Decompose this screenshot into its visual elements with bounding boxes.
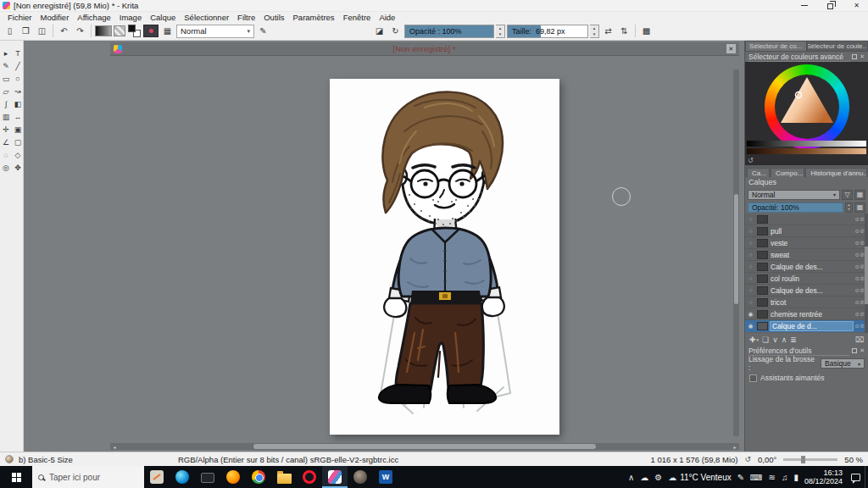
show-desktop-button[interactable] [865, 466, 868, 488]
layer-row[interactable]: ○ col roulin α⊘ [745, 273, 868, 285]
zoom-level[interactable]: 50 % [844, 455, 863, 464]
visibility-eye-icon[interactable]: ○ [747, 228, 754, 234]
opacity-slider[interactable]: Opacité : 100% [404, 25, 494, 38]
pen-tray-icon[interactable]: ✎ [737, 473, 744, 482]
layer-view-button[interactable]: ▦ [854, 190, 865, 200]
taskbar-search[interactable] [32, 466, 144, 488]
freehand-brush-tool[interactable]: ✎ [0, 59, 12, 72]
layer-row[interactable]: ◉ Calque de d... α⊘ [745, 320, 868, 332]
layer-row[interactable]: ○ chemis α⊘ [745, 332, 868, 333]
gimp-icon[interactable] [348, 466, 373, 488]
brush-size-slider[interactable]: Taille: 69,82 px [507, 25, 588, 38]
menu-item[interactable]: Image [115, 13, 146, 22]
menu-item[interactable]: Sélectionner [180, 13, 233, 22]
visibility-eye-icon[interactable]: ◉ [747, 311, 754, 318]
brush-smoothing-dropdown[interactable]: Basique ▾ [821, 358, 865, 369]
keyboard-tray-icon[interactable]: ⌨ [750, 473, 762, 482]
wifi-icon[interactable]: ≋ [769, 473, 776, 482]
float-docker-icon[interactable] [852, 348, 857, 353]
layer-row[interactable]: ○ Calque de des... α⊘ [745, 285, 868, 297]
save-button[interactable]: ◫ [35, 24, 49, 39]
layer-row[interactable]: ◉ chemise rentrée α⊘ [745, 308, 868, 320]
settings-gear-icon[interactable]: ⚙ [654, 473, 662, 482]
move-tool[interactable]: ✛ [0, 123, 12, 136]
canvas[interactable] [330, 79, 559, 435]
visibility-eye-icon[interactable]: ◉ [747, 323, 754, 330]
blending-mode-dropdown[interactable]: Normal ▾ [176, 25, 254, 38]
rectangular-selection-tool[interactable]: ▢ [12, 136, 24, 148]
gradient-chooser[interactable] [95, 25, 112, 36]
reset-color-icon[interactable]: ↺ [748, 157, 754, 164]
chrome-icon[interactable] [246, 466, 271, 488]
mirror-horizontal-button[interactable]: ⇄ [601, 24, 615, 39]
pan-tool[interactable]: ✥ [12, 161, 24, 174]
firefox-icon[interactable] [220, 466, 246, 488]
menu-item[interactable]: Outils [259, 13, 288, 22]
layer-row[interactable]: ○ veste α⊘ [745, 237, 868, 249]
rotation-reset-icon[interactable]: ↺ [745, 455, 752, 463]
layer-filter-button[interactable]: ▽ [842, 190, 853, 200]
size-spinner[interactable]: ▴▾ [590, 25, 599, 38]
visibility-eye-icon[interactable]: ○ [747, 252, 754, 258]
alpha-lock-icon[interactable]: ⊘ [860, 228, 865, 234]
menu-item[interactable]: Affichage [73, 13, 114, 22]
action-center-icon[interactable] [851, 474, 860, 481]
visibility-eye-icon[interactable]: ○ [747, 275, 754, 281]
vertical-scrollbar-thumb[interactable] [734, 194, 738, 304]
polygon-tool[interactable]: ▱ [0, 85, 12, 97]
layer-row[interactable]: ○ tricot α⊘ [745, 297, 868, 308]
undo-button[interactable]: ↶ [57, 24, 71, 39]
visibility-eye-icon[interactable]: ○ [747, 299, 754, 305]
bezier-curve-tool[interactable]: ∫ [0, 97, 12, 110]
menu-item[interactable]: Filtre [233, 13, 259, 22]
clock[interactable]: 16:13 08/12/2024 [804, 469, 843, 485]
magnetic-assistants-checkbox[interactable] [749, 374, 757, 382]
minimize-button[interactable] [793, 0, 815, 11]
close-button[interactable]: ✕ [845, 0, 868, 11]
gradient-tool[interactable]: ▥ [0, 110, 12, 123]
polyline-tool[interactable]: ↝ [12, 85, 24, 97]
zoom-slider[interactable] [783, 458, 837, 461]
visibility-eye-icon[interactable]: ○ [747, 240, 754, 246]
text-tool[interactable]: T [12, 47, 24, 59]
zoom-slider-thumb[interactable] [801, 456, 805, 463]
menu-item[interactable]: Aide [375, 13, 399, 22]
alpha-lock-icon[interactable]: ⊘ [860, 216, 865, 222]
wraparound-mode-button[interactable]: ▩ [639, 24, 654, 39]
horizontal-scrollbar-thumb[interactable] [253, 444, 596, 449]
redo-button[interactable]: ↷ [73, 24, 87, 39]
start-button[interactable] [0, 466, 32, 488]
canvas-viewport[interactable] [110, 56, 739, 443]
alpha-lock-icon[interactable]: ⊘ [860, 240, 865, 246]
edit-blending-button[interactable]: ✎ [256, 24, 270, 39]
foreground-background-colors[interactable] [127, 25, 142, 37]
scroll-right-icon[interactable]: ▸ [731, 444, 739, 450]
layer-properties-button[interactable]: ≣ [790, 336, 797, 344]
layer-opacity-slider[interactable]: Opacité: 100% [748, 202, 843, 213]
file-explorer-icon[interactable] [271, 466, 297, 488]
volume-icon[interactable]: ♫ [782, 473, 788, 482]
stylus-app-icon[interactable] [144, 466, 170, 488]
display-app-icon[interactable] [195, 466, 220, 488]
visibility-eye-icon[interactable]: ○ [747, 263, 754, 269]
close-docker-icon[interactable]: ✕ [860, 347, 865, 354]
layer-row[interactable]: ○ Calque de des... α⊘ [745, 261, 868, 273]
menu-item[interactable]: Modifier [36, 13, 74, 22]
tab-color-selector-2[interactable]: Sélecteur de coule... [807, 41, 868, 52]
layer-options-button[interactable]: ▦ [854, 202, 865, 213]
tray-chevron-up-icon[interactable]: ∧ [628, 473, 634, 482]
edit-brush-settings-button[interactable] [143, 25, 159, 37]
transform-tool[interactable]: ↔ [12, 110, 24, 123]
visibility-eye-icon[interactable]: ○ [747, 216, 754, 222]
word-icon[interactable]: W [373, 466, 398, 488]
pattern-chooser[interactable] [114, 25, 125, 36]
layer-opacity-spinner[interactable]: ▴▾ [845, 202, 853, 213]
alpha-lock-icon[interactable]: ⊘ [860, 252, 865, 258]
layer-row[interactable]: ○ pull α⊘ [745, 225, 868, 237]
menu-item[interactable]: Fichier [3, 13, 36, 22]
docker-tab[interactable]: Compo... [771, 168, 805, 177]
alpha-lock-icon[interactable]: ⊘ [860, 263, 865, 269]
search-input[interactable] [49, 473, 130, 482]
menu-item[interactable]: Fenêtre [339, 13, 376, 22]
color-gradient-strip[interactable] [747, 148, 866, 154]
